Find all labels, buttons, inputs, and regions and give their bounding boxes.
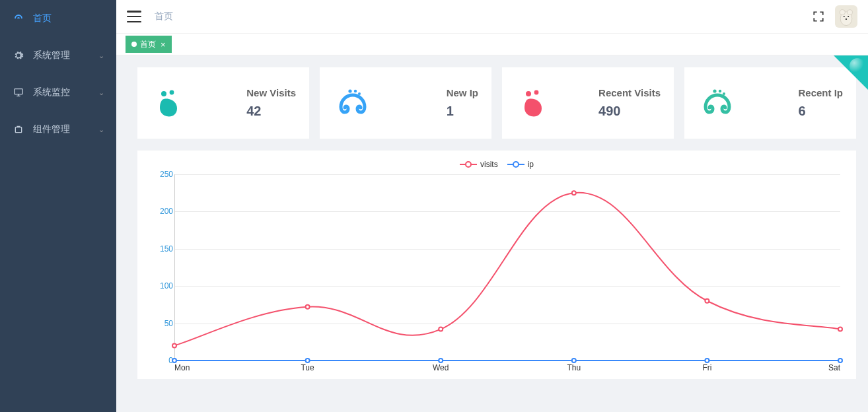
monitor-icon [13,87,24,98]
svg-point-14 [534,90,539,95]
svg-point-9 [170,90,174,95]
svg-point-8 [161,91,166,96]
chart-svg [174,174,840,360]
corner-decoration [834,55,868,90]
breadcrumb: 首页 [155,11,173,22]
sidebar-item-1[interactable]: 系统管理⌄ [0,37,116,74]
chart-plot-area [174,174,840,360]
close-icon[interactable]: × [161,40,166,50]
data-point[interactable] [838,327,842,331]
data-point[interactable] [172,359,176,362]
component-icon [13,124,24,135]
avatar[interactable] [835,5,857,28]
stat-card-2[interactable]: Recent Visits490 [502,67,674,139]
topbar: 首页 [116,0,868,33]
swirl-foot-icon [337,87,369,119]
swirl-foot-icon [702,87,733,119]
data-point[interactable] [306,359,310,362]
tab-0[interactable]: 首页× [126,36,172,53]
data-point[interactable] [172,343,176,347]
y-tick-label: 250 [160,170,173,179]
stat-label: Recent Visits [598,87,661,98]
svg-point-7 [846,18,848,20]
legend-item-visits[interactable]: visits [460,160,498,169]
stat-value: 42 [246,104,296,119]
data-point[interactable] [705,359,709,362]
legend-marker-icon [507,160,524,168]
svg-point-11 [354,90,357,92]
tab-active-dot [131,42,137,47]
sidebar-item-3[interactable]: 组件管理⌄ [0,111,116,148]
svg-point-13 [526,91,531,96]
svg-point-16 [719,90,721,92]
hamburger-toggle[interactable] [127,11,141,22]
svg-point-19 [466,162,471,167]
y-tick-label: 150 [160,244,173,254]
fullscreen-icon[interactable] [813,11,824,22]
x-tick-label: Wed [433,363,449,372]
chevron-down-icon: ⌄ [98,125,104,134]
chart-y-axis: 050100150200250 [153,174,173,360]
sidebar: 首页系统管理⌄系统监控⌄组件管理⌄ [0,0,116,412]
svg-point-10 [348,89,351,92]
sidebar-item-label: 首页 [33,13,52,24]
svg-point-3 [840,10,845,15]
sidebar-item-2[interactable]: 系统监控⌄ [0,74,116,111]
data-point[interactable] [306,305,310,309]
y-tick-label: 100 [160,281,173,291]
data-point[interactable] [439,327,443,331]
legend-marker-icon [460,160,477,168]
tab-label: 首页 [140,39,156,50]
x-tick-label: Sat [828,363,840,372]
chevron-down-icon: ⌄ [98,88,104,97]
y-tick-label: 50 [164,319,173,328]
stat-label: New Visits [246,87,296,98]
svg-point-5 [844,16,845,17]
content-area: New Visits42New Ip1Recent Visits490Recen… [116,55,868,412]
stat-value: 6 [798,104,843,119]
y-tick-label: 200 [160,207,173,216]
chevron-down-icon: ⌄ [98,52,104,60]
sidebar-item-0[interactable]: 首页 [0,0,116,37]
svg-rect-0 [15,89,22,94]
data-point[interactable] [439,359,443,362]
foot-icon [519,87,551,119]
x-tick-label: Thu [567,363,581,372]
stat-card-0[interactable]: New Visits42 [137,67,309,139]
legend-label: visits [480,160,498,169]
x-tick-label: Fri [702,363,711,372]
stat-card-3[interactable]: Recent Ip6 [684,67,856,139]
dashboard-icon [13,13,24,24]
x-tick-label: Tue [301,363,314,372]
legend-label: ip [528,160,534,169]
chart-panel: visitsip 050100150200250 MonTueWedThuFri… [137,151,856,379]
gear-icon [13,50,24,61]
svg-rect-1 [15,127,21,133]
data-point[interactable] [705,299,709,303]
sidebar-item-label: 系统管理 [33,50,70,61]
tabs-bar: 首页× [116,33,868,55]
data-point[interactable] [838,359,842,362]
chart-legend: visitsip [153,160,840,169]
sidebar-item-label: 系统监控 [33,86,70,98]
foot-icon [155,87,186,119]
sidebar-item-label: 组件管理 [33,123,70,135]
stat-card-1[interactable]: New Ip1 [320,67,491,139]
stat-label: New Ip [447,87,478,98]
legend-item-ip[interactable]: ip [507,160,534,169]
stat-value: 490 [598,104,661,119]
data-point[interactable] [572,359,576,362]
stat-value: 1 [447,104,478,119]
svg-point-15 [713,89,716,92]
x-tick-label: Mon [174,363,190,372]
svg-point-21 [513,162,519,167]
main-area: 首页 首页× New Visits42New Ip1Rec [116,0,868,412]
stat-cards-row: New Visits42New Ip1Recent Visits490Recen… [116,67,868,151]
series-line-visits [174,193,840,346]
data-point[interactable] [572,191,576,195]
svg-point-6 [848,16,849,17]
chart-x-axis: MonTueWedThuFriSat [174,363,840,374]
svg-point-4 [848,10,853,15]
